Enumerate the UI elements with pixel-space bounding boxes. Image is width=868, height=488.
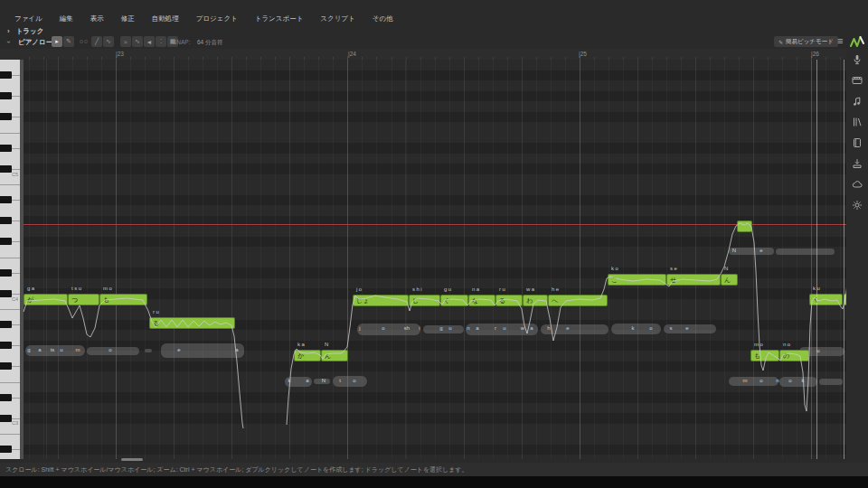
note[interactable]: も (750, 350, 779, 361)
note-lyric-label: shi (412, 286, 423, 292)
black-key[interactable] (0, 321, 12, 328)
vibrato-layer-toggle-button[interactable]: ∿ (132, 36, 143, 47)
cloud-icon[interactable] (851, 178, 863, 191)
menu-item-その他[interactable]: その他 (373, 14, 393, 23)
black-key[interactable] (0, 113, 12, 120)
music-note-icon[interactable] (851, 95, 863, 108)
black-key[interactable] (0, 342, 12, 349)
phoneme-label: u (448, 325, 451, 331)
waveform-blob (87, 347, 139, 355)
film-icon[interactable] (851, 74, 863, 87)
menu-item-自動処理[interactable]: 自動処理 (152, 14, 179, 23)
white-key-divider (12, 200, 20, 201)
note[interactable]: も (99, 294, 147, 305)
note[interactable]: な (468, 295, 495, 306)
waveform-blob (776, 249, 835, 255)
note[interactable]: か (294, 350, 321, 361)
menu-item-プロジェクト[interactable]: プロジェクト (196, 14, 238, 23)
simple-pitch-mode-button[interactable]: ✎ 簡易ピッチモード (774, 36, 838, 47)
snap-value[interactable]: 64 分音符 (197, 39, 223, 47)
export-icon[interactable] (851, 157, 863, 170)
black-key[interactable] (0, 217, 12, 224)
measure-label-26: |26 (811, 51, 819, 57)
phoneme-label: ts (51, 347, 55, 352)
note[interactable]: せ (666, 274, 721, 286)
note[interactable] (737, 221, 752, 232)
playhead-line[interactable] (844, 60, 844, 459)
note[interactable]: わ (523, 295, 548, 306)
phoneme-label: o (382, 325, 384, 331)
white-key-divider (0, 184, 20, 185)
line-tool-button[interactable]: ╱ (91, 36, 102, 47)
waveform-blob (541, 324, 609, 334)
menu-item-編集[interactable]: 編集 (60, 14, 73, 23)
black-key[interactable] (0, 415, 12, 422)
chevron-down-icon[interactable]: › (5, 41, 13, 43)
black-key[interactable] (0, 165, 12, 173)
note[interactable]: へ (548, 295, 608, 306)
select-tool-button[interactable]: ▸ (52, 36, 62, 47)
menu-item-スクリプト[interactable]: スクリプト (320, 14, 354, 23)
right-toolbar (846, 49, 868, 476)
waveform-blob (423, 325, 464, 333)
white-key-divider (0, 309, 20, 310)
library-icon[interactable] (851, 116, 863, 128)
book-icon[interactable] (851, 136, 863, 149)
note-lyric-label: gu (444, 286, 453, 292)
pitch-layer-toggle-button[interactable]: ≈ (120, 36, 131, 47)
black-key[interactable] (0, 446, 12, 453)
phoneme-label: j (359, 325, 360, 331)
phoneme-label: a (476, 325, 478, 331)
note-lyric-label: ko (611, 266, 619, 271)
black-key[interactable] (0, 362, 12, 370)
note[interactable]: る (149, 317, 235, 329)
curve-tool-button[interactable]: ∿ (103, 36, 114, 47)
phoneme-label: e (566, 325, 569, 331)
menu-item-トランスポート[interactable]: トランスポート (255, 14, 304, 23)
white-key-divider (12, 449, 20, 450)
microphone-icon[interactable] (851, 53, 863, 66)
black-key[interactable] (0, 145, 12, 152)
black-key[interactable] (0, 196, 12, 203)
black-key[interactable] (0, 269, 12, 277)
volume-layer-toggle-button[interactable]: ◄ (144, 36, 155, 47)
note[interactable]: こ (608, 274, 666, 286)
black-key[interactable] (0, 71, 12, 79)
note[interactable]: ぐ (440, 295, 468, 306)
note-grid[interactable]: gatsumoeakaNtojoshigunaruwahekoseNemonok… (24, 60, 846, 459)
note-lyric-label: N (724, 266, 730, 271)
timing-layer-toggle-button[interactable]: ⁚ (156, 36, 166, 47)
note[interactable]: し (409, 295, 440, 306)
phoneme-label: m (743, 378, 748, 383)
draw-tool-button[interactable]: ✎ (63, 36, 74, 47)
white-key-divider (12, 366, 20, 367)
phoneme-label: N (732, 248, 736, 253)
note[interactable]: ん (321, 350, 348, 361)
playhead-line[interactable] (816, 60, 817, 459)
white-key-divider (12, 324, 20, 325)
note[interactable]: が (24, 294, 68, 305)
black-key[interactable] (0, 394, 12, 401)
note[interactable]: の (779, 350, 809, 361)
note[interactable]: ん (721, 274, 738, 286)
menu-item-ファイル[interactable]: ファイル (14, 14, 42, 23)
hamburger-menu-icon[interactable]: ≡ (837, 35, 843, 46)
phoneme-label: w (521, 325, 524, 331)
phoneme-label: o (788, 378, 791, 383)
white-key-divider (12, 96, 20, 97)
phoneme-label: o (649, 325, 652, 331)
black-key[interactable] (0, 238, 12, 245)
menu-item-表示[interactable]: 表示 (90, 14, 104, 23)
note[interactable]: る (495, 295, 523, 306)
white-key-divider (12, 345, 20, 346)
menu-item-修正[interactable]: 修正 (121, 14, 135, 23)
note[interactable]: く (809, 294, 843, 305)
settings-icon[interactable] (851, 199, 863, 211)
note[interactable]: じょ (353, 295, 409, 306)
black-key[interactable] (0, 290, 12, 297)
horizontal-scrollbar-thumb[interactable] (121, 458, 143, 461)
piano-keyboard[interactable]: C5C4C3 (0, 60, 20, 459)
black-key[interactable] (0, 92, 12, 99)
note-lyric-label: mo (103, 286, 113, 291)
note[interactable]: つ (68, 294, 99, 305)
